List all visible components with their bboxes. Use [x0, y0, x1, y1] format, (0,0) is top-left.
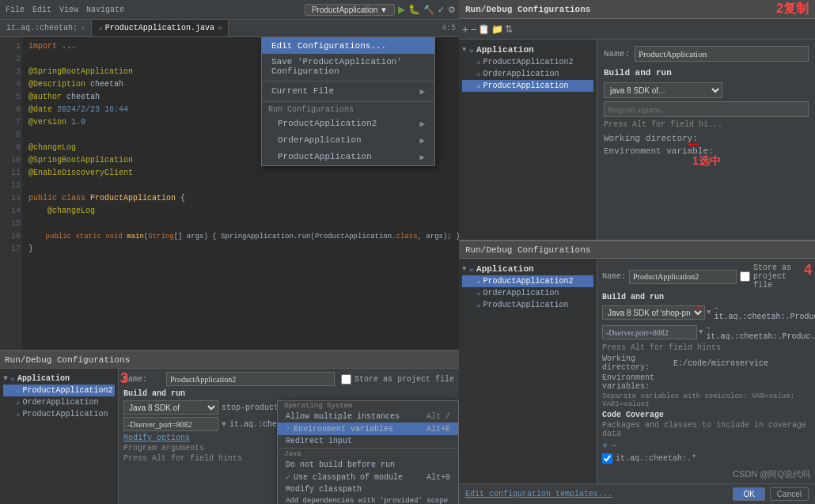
code-line-15 — [28, 218, 453, 230]
edit-templates-link[interactable]: Edit configuration templates... — [465, 490, 612, 498]
bottom-right-tree-order[interactable]: ☕ OrderApplication — [462, 287, 593, 299]
sort-config-btn[interactable]: ⇅ — [505, 24, 513, 35]
modify-item-modify-cp[interactable]: Modify classpath — [278, 483, 458, 495]
bottom-dialog-title: Run/Debug Configurations — [5, 355, 130, 365]
bottom-right-store-label: Store as project file — [753, 263, 810, 290]
right-dialog-title: Run/Debug Configurations — [465, 5, 590, 14]
ok-button[interactable]: OK — [733, 487, 764, 501]
code-line-13: public class ProductApplication { — [28, 192, 453, 205]
bottom-name-label: Name: — [123, 375, 163, 384]
git-button[interactable]: ✓ — [438, 5, 445, 15]
modify-item-classpath-checked[interactable]: ✓Use classpath of moduleAlt+0 — [278, 471, 458, 483]
bottom-name-input[interactable] — [166, 372, 335, 386]
right-tree-prod2[interactable]: ☕ ProductApplication2 — [462, 56, 593, 68]
right-alt-hint: Press Alt for field hi... — [604, 120, 809, 129]
build-button[interactable]: 🔨 — [423, 5, 434, 15]
right-tree-prod[interactable]: ☕ ProductApplication — [462, 80, 593, 92]
menu-navigate[interactable]: Navigate — [84, 6, 127, 14]
vm-options-input[interactable] — [123, 417, 218, 431]
run-button[interactable]: ▶ — [398, 4, 405, 15]
tab-close-product[interactable]: ✕ — [218, 24, 222, 32]
menu-item-save-config[interactable]: Save 'ProductApplication' Configuration — [262, 54, 434, 79]
bottom-right-coverage-title: Code Coverage — [602, 411, 810, 419]
modify-options-dropdown[interactable]: Operating System Allow multiple instance… — [277, 400, 459, 504]
debug-button[interactable]: 🐛 — [408, 4, 420, 15]
bottom-right-build-run: Build and run — [602, 293, 810, 301]
java-sdk-select[interactable]: Java 8 SDK of — [123, 400, 218, 415]
bottom-right-name-label: Name: — [602, 272, 626, 281]
bottom-right-dialog-title: Run/Debug Configurations — [465, 245, 590, 255]
bottom-right-env-hint: Separate variables with semicolon: VAR=v… — [602, 392, 810, 408]
modify-section-java: Java — [278, 449, 458, 459]
menu-item-product-app[interactable]: ProductApplication▶ — [262, 149, 434, 165]
bottom-right-coverage-checkbox[interactable] — [602, 453, 612, 464]
run-config-button[interactable]: ProductApplication ▼ — [305, 4, 395, 16]
menu-view[interactable]: View — [57, 6, 81, 14]
bottom-right-name-input[interactable] — [629, 270, 737, 284]
step4-arrow: ↑ — [688, 304, 704, 313]
copy-config-btn[interactable]: 📋 — [478, 24, 490, 35]
bottom-store-label: Store as project file — [354, 375, 454, 384]
bottom-right-working-value: E:/code/microservice — [673, 359, 768, 368]
bottom-right-coverage-text: Packages and classes to include in cover… — [602, 421, 810, 438]
run-config-dropdown[interactable]: Edit Configurations... Save 'ProductAppl… — [261, 37, 435, 166]
bottom-right-tree-prod2[interactable]: ☕ ProductApplication2 — [462, 275, 593, 287]
bottom-tree-item-order[interactable]: ☕ OrderApplication — [3, 396, 115, 408]
modify-options-link[interactable]: Modify options — [123, 434, 190, 442]
step3-annotation: 3 — [120, 370, 128, 387]
bottom-right-tree-prod[interactable]: ☕ ProductApplication — [462, 299, 593, 311]
bottom-right-vm-options[interactable] — [602, 325, 697, 339]
step1-arrow: ↑ — [684, 139, 703, 150]
tab-cheetah[interactable]: it.aq.:cheetah: ✕ — [0, 20, 92, 36]
step2-annotation: 2复制 — [776, 1, 809, 17]
csdn-watermark: CSDN @阿Q说代码 — [733, 468, 810, 480]
right-name-label: Name: — [604, 49, 630, 59]
menu-file[interactable]: File — [3, 6, 27, 14]
bottom-right-module2: -it.aq.:cheetah:.Produc... — [706, 324, 815, 341]
code-line-12 — [28, 180, 453, 192]
bottom-store-checkbox[interactable] — [341, 374, 351, 385]
bottom-right-env-label: Environment variables: — [602, 373, 673, 391]
modify-item-env-checked[interactable]: ✓Environment variablesAlt+E — [278, 423, 458, 435]
tab-product-app[interactable]: ☕ ProductApplication.java ✕ — [92, 20, 229, 36]
menu-item-product-app2[interactable]: ProductApplication2▶ — [262, 116, 434, 132]
modify-item-multiple[interactable]: Allow multiple instancesAlt / — [278, 411, 458, 423]
menu-item-current-file[interactable]: Current File▶ — [262, 83, 434, 100]
bottom-tree-header: ▼ ☕ Application — [3, 372, 115, 385]
add-config-btn[interactable]: + — [462, 24, 468, 35]
bottom-right-alt-hint: Press Alt for field hints — [602, 343, 810, 352]
modify-item-provided[interactable]: Add dependencies with 'provided' scope t… — [278, 495, 458, 504]
modify-section-os: Operating System — [278, 401, 458, 411]
code-line-16: public static void main(String[] args) {… — [28, 230, 453, 243]
bottom-right-working-label: Working directory: — [602, 354, 673, 372]
tab-close-cheetah[interactable]: ✕ — [81, 24, 85, 32]
right-program-args[interactable] — [604, 101, 809, 117]
menu-item-edit-config[interactable]: Edit Configurations... — [262, 38, 434, 54]
right-build-run-title: Build and run — [604, 68, 809, 78]
modify-item-redirect[interactable]: Redirect input — [278, 435, 458, 447]
menu-edit[interactable]: Edit — [30, 6, 54, 14]
code-line-14: @changeLog — [28, 205, 453, 218]
bottom-tree-item-prod2[interactable]: ☕ ProductApplication2 — [3, 385, 115, 396]
bottom-right-coverage-checkbox-label: it.aq.:cheetah:.* — [616, 454, 696, 463]
right-tree-order[interactable]: ☕ OrderApplication — [462, 68, 593, 80]
right-name-input[interactable] — [635, 46, 809, 62]
move-config-btn[interactable]: 📁 — [491, 24, 503, 35]
settings-button[interactable]: ⚙ — [448, 5, 456, 15]
bottom-tree-item-prod[interactable]: ☕ ProductApplication — [3, 408, 115, 420]
remove-config-btn[interactable]: − — [470, 24, 476, 35]
build-run-title: Build and run — [123, 389, 454, 398]
cancel-button[interactable]: Cancel — [770, 487, 809, 501]
code-line-11: @EnableDiscoveryClient — [28, 167, 453, 180]
code-line-17: } — [28, 243, 453, 256]
right-tree-app-header: ▼ ☕ Application — [462, 43, 593, 56]
step4-annotation: 4 — [804, 262, 812, 279]
modify-item-no-build[interactable]: Do not build before run — [278, 459, 458, 471]
menu-item-order-app[interactable]: OrderApplication▶ — [262, 132, 434, 149]
bottom-right-tree-header: ▼ ☕ Application — [462, 262, 593, 275]
menu-section-run: Run Configurations — [262, 104, 434, 116]
stop-product-label: stop-product — [222, 404, 279, 412]
bottom-right-store-checkbox[interactable] — [740, 271, 750, 282]
right-java-select[interactable]: java 8 SDK of... — [604, 82, 722, 98]
step1-label: 1选中 — [692, 154, 721, 169]
